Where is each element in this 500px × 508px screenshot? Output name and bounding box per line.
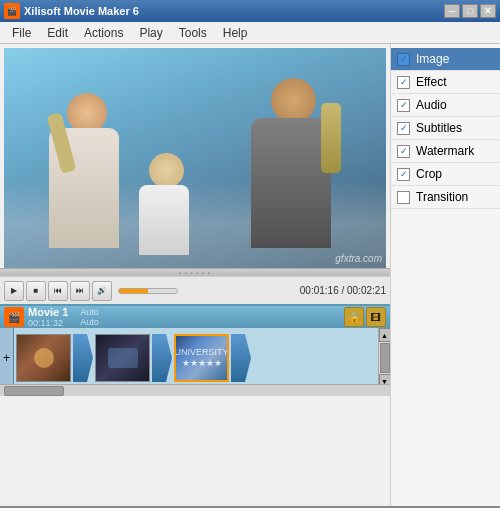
window-controls: ─ □ ✕ — [444, 4, 496, 18]
total-time: 00:02:21 — [347, 285, 386, 296]
menu-tools[interactable]: Tools — [171, 24, 215, 42]
menu-file[interactable]: File — [4, 24, 39, 42]
movie-meta: Movie 1 00:11:32 — [28, 306, 68, 328]
timeline-add-button[interactable]: + — [0, 328, 14, 388]
panel-item-image[interactable]: ✓ Image — [391, 48, 500, 71]
panel-label-image: Image — [416, 52, 449, 66]
volume-slider[interactable] — [118, 288, 178, 294]
lock-icon: 🔒 — [344, 307, 364, 327]
film-icon: 🎞 — [366, 307, 386, 327]
close-button[interactable]: ✕ — [480, 4, 496, 18]
clip-2[interactable] — [95, 334, 150, 382]
timeline-tracks: + — [0, 328, 390, 388]
video-canvas: gfxtra.com — [4, 48, 386, 268]
auto-label-1: Auto — [80, 307, 99, 317]
current-time: 00:01:16 — [300, 285, 339, 296]
panel-label-watermark: Watermark — [416, 144, 474, 158]
panel-item-subtitles[interactable]: ✓ Subtitles — [391, 117, 500, 140]
menu-actions[interactable]: Actions — [76, 24, 131, 42]
auto-label-2: Auto — [80, 317, 99, 327]
checkbox-effect[interactable]: ✓ — [397, 76, 410, 89]
transition-arrow-2[interactable] — [152, 334, 172, 382]
panel-label-audio: Audio — [416, 98, 447, 112]
transition-arrow-3[interactable] — [231, 334, 251, 382]
prev-button[interactable]: ⏮ — [48, 281, 68, 301]
checkbox-audio[interactable]: ✓ — [397, 99, 410, 112]
title-bar: 🎬 Xilisoft Movie Maker 6 ─ □ ✕ — [0, 0, 500, 22]
add-icon[interactable]: + — [3, 351, 10, 365]
stop-button[interactable]: ■ — [26, 281, 46, 301]
app-title: Xilisoft Movie Maker 6 — [24, 5, 444, 17]
sidebar-panel: ✓ Image ✓ Effect ✓ Audio ✓ Subtitles ✓ W… — [390, 44, 500, 506]
hscroll-thumb[interactable] — [4, 386, 64, 396]
timeline-hscrollbar[interactable] — [0, 384, 390, 396]
checkbox-watermark[interactable]: ✓ — [397, 145, 410, 158]
resize-handle[interactable]: • • • • • • — [0, 268, 390, 276]
next-button[interactable]: ⏭ — [70, 281, 90, 301]
menu-edit[interactable]: Edit — [39, 24, 76, 42]
panel-label-transition: Transition — [416, 190, 468, 204]
track-content: UNIVERSITY★★★★★ — [14, 328, 378, 388]
clip-1[interactable] — [16, 334, 71, 382]
transition-arrow-1[interactable] — [73, 334, 93, 382]
panel-item-crop[interactable]: ✓ Crop — [391, 163, 500, 186]
scroll-thumb[interactable] — [380, 343, 390, 373]
video-preview: gfxtra.com — [4, 48, 386, 268]
main-content: gfxtra.com • • • • • • ▶ ■ ⏮ ⏭ 🔊 00:01:1… — [0, 44, 500, 506]
movie-icon: 🎬 — [4, 307, 24, 327]
minimize-button[interactable]: ─ — [444, 4, 460, 18]
watermark: gfxtra.com — [335, 253, 382, 264]
scroll-up-button[interactable]: ▲ — [379, 328, 391, 342]
panel-item-audio[interactable]: ✓ Audio — [391, 94, 500, 117]
checkbox-transition[interactable] — [397, 191, 410, 204]
timeline-section: 🎬 Movie 1 00:11:32 Auto Auto 🔒 🎞 + — [0, 304, 390, 384]
timeline-vscrollbar[interactable]: ▲ ▼ — [378, 328, 390, 388]
timeline-header: 🎬 Movie 1 00:11:32 Auto Auto 🔒 🎞 — [0, 306, 390, 328]
app-icon: 🎬 — [4, 3, 20, 19]
play-button[interactable]: ▶ — [4, 281, 24, 301]
panel-item-transition[interactable]: Transition — [391, 186, 500, 209]
drag-indicator: • • • • • • — [179, 270, 211, 276]
clip-3[interactable]: UNIVERSITY★★★★★ — [174, 334, 229, 382]
playback-time: 00:01:16 / 00:02:21 — [300, 285, 386, 296]
movie-title: Movie 1 — [28, 306, 68, 318]
checkbox-image[interactable]: ✓ — [397, 53, 410, 66]
checkbox-subtitles[interactable]: ✓ — [397, 122, 410, 135]
menu-help[interactable]: Help — [215, 24, 256, 42]
volume-button[interactable]: 🔊 — [92, 281, 112, 301]
menu-bar: File Edit Actions Play Tools Help — [0, 22, 500, 44]
playback-controls: ▶ ■ ⏮ ⏭ 🔊 00:01:16 / 00:02:21 — [0, 276, 390, 304]
checkbox-crop[interactable]: ✓ — [397, 168, 410, 181]
video-section: gfxtra.com • • • • • • ▶ ■ ⏮ ⏭ 🔊 00:01:1… — [0, 44, 390, 506]
panel-item-effect[interactable]: ✓ Effect — [391, 71, 500, 94]
panel-item-watermark[interactable]: ✓ Watermark — [391, 140, 500, 163]
panel-label-effect: Effect — [416, 75, 446, 89]
maximize-button[interactable]: □ — [462, 4, 478, 18]
panel-label-subtitles: Subtitles — [416, 121, 462, 135]
panel-label-crop: Crop — [416, 167, 442, 181]
scroll-track — [379, 342, 390, 374]
movie-duration: 00:11:32 — [28, 318, 68, 328]
menu-play[interactable]: Play — [131, 24, 170, 42]
